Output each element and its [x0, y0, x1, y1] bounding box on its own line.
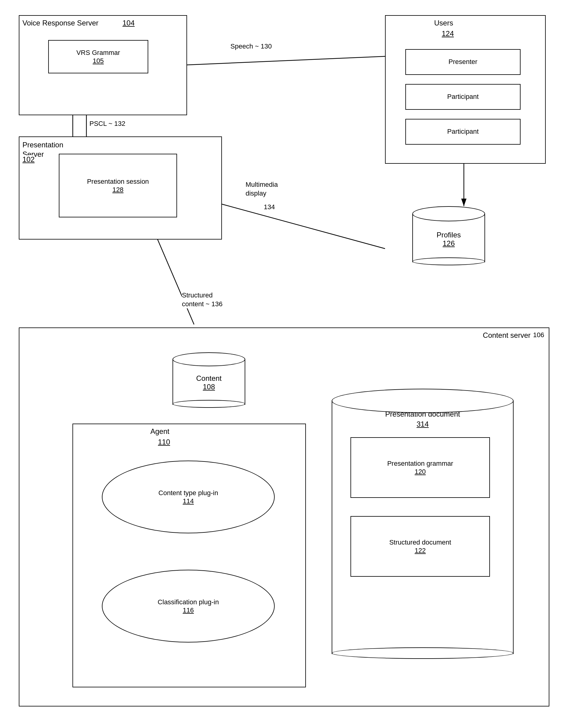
content-plugin-label: Content type plug-in — [159, 489, 218, 498]
ps-session-id: 128 — [112, 186, 124, 194]
ps-id: 102 — [22, 155, 35, 164]
profiles-id: 126 — [442, 239, 455, 248]
speech-label: Speech ~ 130 — [230, 43, 272, 50]
structured-doc-box: Structured document 122 — [351, 516, 490, 577]
content-id: 108 — [203, 383, 215, 391]
classification-plugin-label: Classification plug-in — [158, 598, 219, 607]
users-box: Users 124 Presenter Participant Particip… — [385, 15, 546, 164]
multimedia-label: Multimediadisplay — [246, 180, 278, 198]
agent-label: Agent — [150, 427, 169, 436]
structured-doc-label: Structured document — [389, 538, 451, 547]
content-plugin-ellipse: Content type plug-in 114 — [102, 461, 275, 533]
diagram-container: Voice Response Server 104 VRS Grammar 10… — [0, 0, 573, 728]
structured-label: Structuredcontent ~ 136 — [182, 291, 222, 308]
content-cylinder: Content 108 — [171, 352, 247, 416]
presenter-box: Presenter — [405, 49, 521, 75]
content-label: Content — [196, 374, 222, 383]
ps-session-label: Presentation session — [87, 177, 149, 186]
profiles-label: Profiles — [436, 231, 461, 239]
structured-doc-id: 122 — [415, 547, 426, 555]
vrs-grammar-id: 105 — [93, 57, 104, 65]
pres-grammar-id: 120 — [415, 468, 426, 476]
participant2-label: Participant — [447, 127, 479, 136]
presenter-label: Presenter — [449, 58, 477, 66]
pres-doc-id: 314 — [332, 420, 513, 428]
agent-box: Agent 110 Content type plug-in 114 Class… — [72, 424, 306, 687]
vrs-label: Voice Response Server — [22, 19, 99, 27]
svg-line-2 — [180, 56, 391, 65]
agent-id: 110 — [158, 438, 170, 446]
presentation-session-box: Presentation session 128 — [59, 154, 177, 217]
voice-response-server-box: Voice Response Server 104 VRS Grammar 10… — [19, 15, 187, 115]
content-plugin-id: 114 — [183, 497, 194, 505]
presentation-document-cylinder: Presentation document 314 Presentation g… — [332, 389, 514, 662]
vrs-id: 104 — [122, 19, 135, 27]
participant1-label: Participant — [447, 93, 479, 101]
multimedia-id-label: 134 — [264, 203, 275, 211]
pres-grammar-label: Presentation grammar — [387, 459, 453, 468]
presentation-server-box: PresentationServer 102 Presentation sess… — [19, 137, 222, 240]
users-id: 124 — [442, 30, 454, 38]
content-server-id: 106 — [533, 331, 544, 339]
profiles-cylinder: Profiles 126 — [408, 206, 489, 276]
participant1-box: Participant — [405, 84, 521, 110]
users-label: Users — [434, 19, 453, 27]
classification-plugin-id: 116 — [183, 607, 194, 614]
classification-plugin-ellipse: Classification plug-in 116 — [102, 570, 275, 642]
participant2-box: Participant — [405, 119, 521, 145]
pres-grammar-box: Presentation grammar 120 — [351, 437, 490, 498]
pscl-label: PSCL ~ 132 — [90, 120, 125, 127]
svg-line-5 — [218, 203, 385, 249]
content-server-label: Content server — [483, 331, 530, 340]
vrs-grammar-label: VRS Grammar — [76, 49, 120, 57]
vrs-grammar-box: VRS Grammar 105 — [48, 40, 148, 73]
content-server-box: Content server 106 Content 108 Agent 110… — [19, 327, 550, 707]
